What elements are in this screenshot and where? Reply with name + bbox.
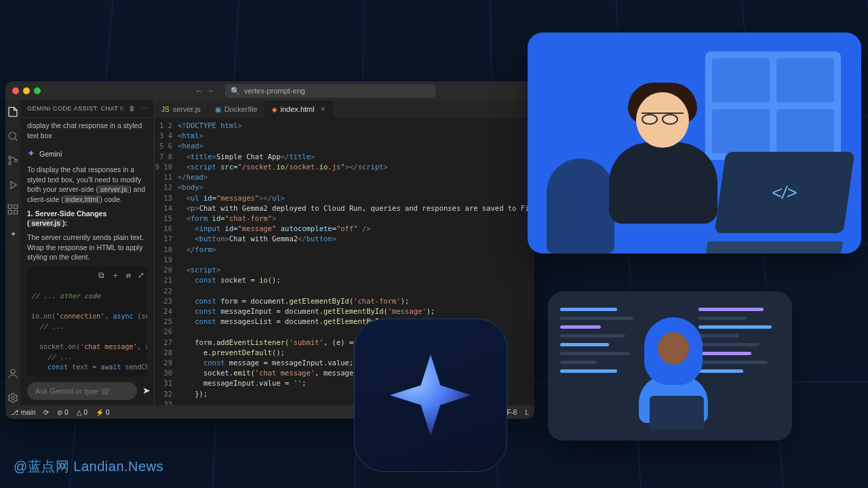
nav-forward-icon[interactable]: →	[206, 86, 214, 96]
close-tab-icon[interactable]: ×	[321, 104, 326, 114]
debug-icon[interactable]	[5, 178, 20, 192]
tab-label: server.js	[173, 105, 201, 113]
tab-label: Dockerfile	[224, 105, 258, 113]
minimize-window-icon[interactable]	[23, 87, 30, 94]
laptop-graphic: </>	[700, 152, 849, 253]
eol-indicator[interactable]: L	[525, 409, 529, 416]
explorer-icon[interactable]	[5, 104, 20, 119]
expand-icon[interactable]: ⤢	[138, 269, 144, 281]
gemini-sparkle-icon[interactable]: ✦	[5, 226, 20, 241]
window-controls	[12, 87, 41, 94]
nav-arrows: ← →	[195, 86, 214, 96]
svg-point-1	[9, 157, 12, 159]
chat-input[interactable]	[27, 382, 137, 400]
illustration-card-coder	[548, 291, 792, 441]
svg-point-9	[12, 396, 15, 400]
chat-header: GEMINI CODE ASSIST: CHAT ⎘ 🗑 ⋯	[20, 100, 154, 118]
account-icon[interactable]	[5, 366, 20, 381]
gemini-star-icon	[390, 354, 471, 436]
assistant-name: Gemini	[39, 149, 62, 159]
warnings-count[interactable]: △ 0	[77, 409, 87, 416]
chat-input-row: ➤	[20, 377, 154, 405]
chat-body: display the chat response in a styled te…	[20, 118, 154, 377]
svg-point-3	[15, 159, 18, 162]
trash-icon[interactable]: 🗑	[129, 104, 136, 113]
js-file-icon: JS	[161, 106, 170, 113]
command-center[interactable]: 🔍 vertex-prompt-eng	[225, 84, 435, 98]
activity-bar: ✦	[5, 100, 20, 405]
insert-icon[interactable]: ＋	[111, 269, 119, 281]
svg-rect-7	[14, 211, 18, 214]
code-bracket-icon: </>	[770, 182, 799, 203]
tab-server-js[interactable]: JS server.js	[155, 100, 208, 118]
docker-file-icon: ▣	[215, 106, 221, 113]
response-intro: To display the chat responses in a style…	[27, 165, 147, 205]
errors-count[interactable]: ⊘ 0	[57, 409, 68, 416]
svg-rect-5	[14, 205, 18, 208]
person-graphic	[629, 313, 717, 435]
titlebar: ← → 🔍 vertex-prompt-eng	[5, 81, 534, 100]
ports-count[interactable]: ⚡ 0	[96, 409, 109, 416]
html-file-icon: ◆	[272, 106, 277, 113]
section-heading: 1. Server-Side Changes (server.js):	[27, 209, 147, 228]
pin-icon[interactable]: ⎘	[120, 104, 124, 113]
branch-indicator[interactable]: ⎇ main	[11, 409, 35, 416]
watermark: @蓝点网 Landian.News	[14, 458, 163, 476]
tab-label: index.html	[281, 105, 315, 113]
gemini-app-tile	[354, 319, 507, 472]
code-preview: ⧉ ＋ ⇄ ⤢ // ... other code io.on('connect…	[27, 266, 147, 377]
tab-dockerfile[interactable]: ▣ Dockerfile	[208, 100, 265, 118]
assistant-badge: ✦ Gemini	[27, 147, 147, 161]
section-body: The server currently sends plain text. W…	[27, 232, 147, 262]
search-icon: 🔍	[231, 87, 240, 96]
settings-gear-icon[interactable]	[5, 390, 20, 405]
svg-point-2	[9, 163, 12, 165]
svg-point-0	[9, 132, 16, 140]
nav-back-icon[interactable]: ←	[195, 86, 203, 96]
user-prompt: display the chat response in a styled te…	[27, 121, 147, 140]
tabs-row: JS server.js ▣ Dockerfile ◆ index.html ×	[155, 100, 534, 118]
sync-icon[interactable]: ⟳	[43, 409, 49, 416]
send-icon[interactable]: ➤	[142, 384, 151, 398]
chat-panel: GEMINI CODE ASSIST: CHAT ⎘ 🗑 ⋯ display t…	[20, 100, 155, 405]
maximize-window-icon[interactable]	[34, 87, 41, 94]
extensions-icon[interactable]	[5, 202, 20, 217]
illustration-card-developer: </>	[528, 33, 861, 253]
svg-rect-6	[8, 211, 12, 214]
sparkle-icon: ✦	[27, 147, 35, 161]
more-icon[interactable]: ⋯	[141, 104, 148, 113]
source-control-icon[interactable]	[5, 153, 20, 168]
chat-header-title: GEMINI CODE ASSIST: CHAT	[27, 104, 118, 113]
svg-rect-4	[8, 205, 12, 208]
copy-icon[interactable]: ⧉	[98, 269, 104, 281]
gutter: 1 2 3 4 5 6 7 8 9 10 11 12 13 14 15 16 1…	[155, 118, 178, 405]
close-window-icon[interactable]	[12, 87, 19, 94]
workspace-name: vertex-prompt-eng	[244, 87, 305, 95]
tab-index-html[interactable]: ◆ index.html ×	[265, 100, 333, 118]
diff-icon[interactable]: ⇄	[126, 269, 131, 281]
search-view-icon[interactable]	[5, 129, 20, 144]
svg-point-8	[11, 369, 15, 373]
